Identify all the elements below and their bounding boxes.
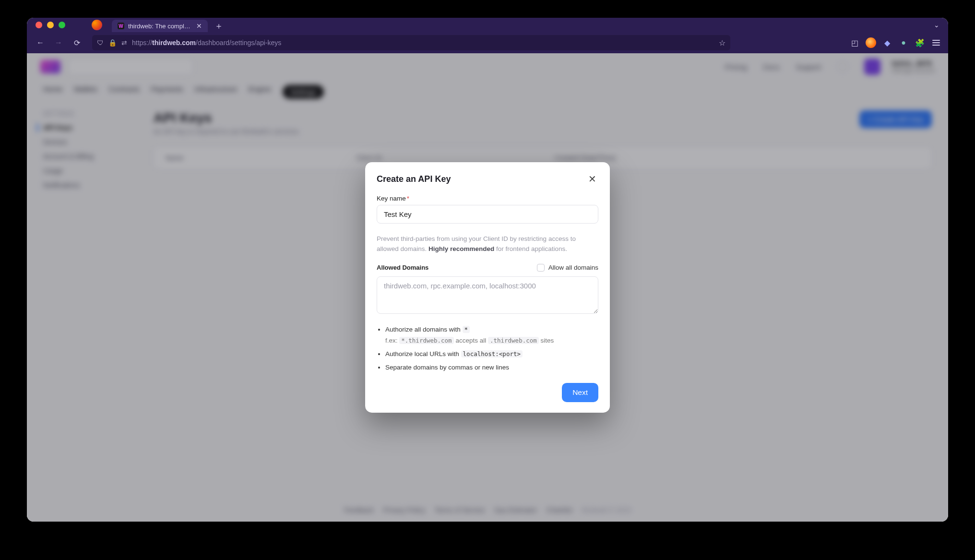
browser-tab[interactable]: W thirdweb: The complete web3 d ✕ <box>112 20 208 32</box>
new-tab-button[interactable]: ＋ <box>213 20 225 32</box>
titlebar: W thirdweb: The complete web3 d ✕ ＋ ⌄ <box>27 18 948 32</box>
key-help-text: Prevent third-parties from using your Cl… <box>377 234 598 254</box>
hint-wildcard: Authorize all domains with * f.ex: *.thi… <box>385 324 598 346</box>
hint-separator: Separate domains by commas or new lines <box>385 362 598 373</box>
bookmark-icon[interactable]: ☆ <box>719 38 725 48</box>
domain-hints: Authorize all domains with * f.ex: *.thi… <box>377 324 598 372</box>
key-name-input[interactable] <box>377 205 598 224</box>
tab-favicon: W <box>118 23 124 29</box>
extension-icon-2[interactable]: ● <box>898 37 909 48</box>
tabs-dropdown-icon[interactable]: ⌄ <box>934 21 939 29</box>
key-name-label: Key name* <box>377 195 598 202</box>
menu-icon[interactable] <box>931 37 941 48</box>
reload-button[interactable]: ⟳ <box>70 36 83 49</box>
allowed-domains-input[interactable] <box>377 276 598 314</box>
next-button[interactable]: Next <box>562 383 598 402</box>
browser-toolbar: ← → ⟳ 🛡 🔒 ⇄ https://thirdweb.com/dashboa… <box>27 32 948 53</box>
modal-title: Create an API Key <box>377 174 451 184</box>
shield-icon[interactable]: 🛡 <box>97 39 104 47</box>
forward-button[interactable]: → <box>52 36 65 49</box>
browser-window: W thirdweb: The complete web3 d ✕ ＋ ⌄ ← … <box>27 18 948 522</box>
allow-all-domains-checkbox[interactable]: Allow all domains <box>537 264 598 272</box>
extension-icon-1[interactable]: ◆ <box>882 37 892 48</box>
create-api-key-modal: Create an API Key ✕ Key name* Prevent th… <box>365 162 610 413</box>
close-icon[interactable]: ✕ <box>586 173 598 185</box>
allow-all-checkbox-input[interactable] <box>537 264 545 272</box>
close-window-icon[interactable] <box>36 22 42 28</box>
allowed-domains-label: Allowed Domains <box>377 264 428 271</box>
permissions-icon[interactable]: ⇄ <box>121 39 127 47</box>
pocket-icon[interactable]: ◰ <box>849 37 860 48</box>
tab-close-icon[interactable]: ✕ <box>196 22 202 30</box>
url-text: https://thirdweb.com/dashboard/settings/… <box>132 39 714 47</box>
window-controls <box>36 22 65 28</box>
extensions-icon[interactable]: 🧩 <box>915 37 925 48</box>
tabstrip: W thirdweb: The complete web3 d ✕ ＋ <box>112 18 225 32</box>
extension-metamask-icon[interactable] <box>866 37 876 48</box>
maximize-window-icon[interactable] <box>59 22 65 28</box>
hint-localhost: Authorize local URLs with localhost:<por… <box>385 349 598 359</box>
minimize-window-icon[interactable] <box>47 22 54 28</box>
tab-title: thirdweb: The complete web3 d <box>128 23 192 30</box>
firefox-icon <box>92 20 102 30</box>
page: Pricing Docs Support kelvin...8676 Manag… <box>27 53 948 522</box>
back-button[interactable]: ← <box>34 36 47 49</box>
url-bar[interactable]: 🛡 🔒 ⇄ https://thirdweb.com/dashboard/set… <box>92 35 730 50</box>
lock-icon[interactable]: 🔒 <box>108 39 117 47</box>
